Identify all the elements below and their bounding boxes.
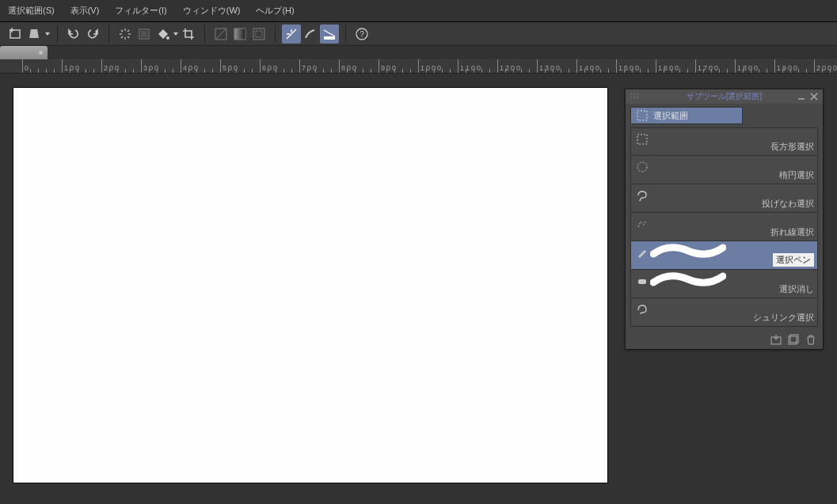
svg-line-10 [127, 30, 129, 32]
svg-rect-16 [253, 28, 264, 40]
subtool-item[interactable]: シュリンク選択 [630, 298, 818, 327]
undo-icon[interactable] [64, 25, 83, 44]
layer-props-icon[interactable] [135, 25, 154, 44]
separator [204, 25, 205, 43]
select-pen-icon [634, 244, 650, 260]
subtool-label: 長方形選択 [770, 141, 814, 153]
grip-icon [630, 93, 638, 99]
svg-rect-30 [637, 135, 647, 144]
subtool-label: 投げなわ選択 [762, 198, 814, 210]
svg-point-13 [166, 36, 169, 40]
brush-stroke-preview [650, 271, 726, 287]
svg-point-24 [637, 93, 638, 95]
ruler-mark: 0 [22, 59, 30, 73]
menu-item-view[interactable]: 表示(V) [63, 1, 108, 21]
separator [345, 25, 346, 43]
subtool-item[interactable]: 長方形選択 [630, 127, 818, 156]
subtool-label: 折れ線選択 [770, 226, 814, 238]
separator [57, 25, 58, 43]
file-tab-bar [0, 46, 837, 59]
panel-footer [626, 330, 823, 349]
subtool-label: 選択消し [779, 283, 814, 295]
svg-line-7 [121, 30, 123, 32]
minimize-icon[interactable] [796, 91, 807, 102]
svg-rect-15 [234, 28, 245, 40]
close-icon[interactable] [808, 91, 820, 102]
svg-point-22 [630, 93, 632, 95]
ruler-mark: 1600 [656, 59, 680, 73]
menu-item-filter[interactable]: フィルター(I) [107, 1, 174, 21]
file-tab-indicator [39, 51, 43, 55]
canvas[interactable] [13, 88, 607, 483]
svg-point-23 [633, 93, 635, 95]
svg-rect-17 [256, 31, 262, 37]
ruler-mark: 1300 [537, 59, 561, 73]
ruler-mark: 1200 [497, 59, 522, 73]
ruler-mark: 1800 [735, 59, 759, 73]
delete-subtool-icon[interactable] [804, 332, 818, 347]
ruler-mark: 2000 [814, 59, 837, 73]
brush-snap-icon[interactable] [301, 25, 320, 44]
new-canvas-icon[interactable] [6, 25, 25, 44]
subtool-item[interactable]: 選択消し [630, 270, 818, 298]
subtool-panel: サブツール[選択範囲] 選択範囲 長方形選択楕円選択投げなわ選択折れ線選択選択ペ… [625, 89, 824, 350]
svg-rect-29 [637, 111, 647, 120]
subtool-list: 長方形選択楕円選択投げなわ選択折れ線選択選択ペン選択消しシュリンク選択 [626, 127, 823, 330]
svg-rect-32 [638, 279, 646, 284]
file-tab[interactable] [0, 46, 48, 59]
ruler-mark: 1900 [774, 59, 799, 73]
subtool-label: 楕円選択 [779, 169, 814, 181]
lasso-select-icon [634, 188, 650, 203]
separator [275, 25, 276, 43]
border-icon[interactable] [249, 25, 268, 44]
rect-select-icon [636, 109, 649, 122]
menu-item-window[interactable]: ウィンドウ(W) [175, 1, 249, 21]
ruler-mark: 1700 [695, 59, 720, 73]
subtool-item[interactable]: 折れ線選択 [630, 213, 818, 241]
bucket-icon[interactable] [154, 25, 173, 44]
ruler-mark: 1000 [418, 59, 443, 73]
svg-point-25 [630, 97, 632, 98]
ruler-mark: 1400 [576, 59, 601, 73]
panel-title: サブツール[選択範囲] [687, 91, 763, 102]
svg-line-19 [324, 30, 335, 36]
subtool-label: シュリンク選択 [753, 312, 814, 324]
horizontal-ruler: 0100200300400500600700800900100011001200… [0, 59, 837, 74]
ruler-mark: 1100 [458, 59, 482, 73]
ruler-mark: 1500 [616, 59, 641, 73]
snap-grid-icon[interactable] [282, 25, 301, 44]
chevron-down-icon[interactable] [173, 25, 179, 44]
clear-icon[interactable] [116, 25, 135, 44]
gradient-a-icon[interactable] [211, 25, 230, 44]
fill-icon[interactable] [25, 25, 44, 44]
menu-item-select[interactable]: 選択範囲(S) [0, 1, 63, 21]
subtool-item[interactable]: 選択ペン [630, 241, 818, 270]
svg-line-9 [121, 36, 123, 38]
redo-icon[interactable] [83, 25, 102, 44]
toolbar: ? [0, 22, 837, 46]
subtool-item[interactable]: 楕円選択 [630, 156, 818, 184]
chevron-down-icon[interactable] [44, 25, 51, 44]
import-subtool-icon[interactable] [769, 332, 783, 347]
separator [108, 25, 109, 43]
svg-rect-18 [324, 36, 335, 40]
help-icon[interactable]: ? [352, 25, 371, 44]
subtool-category-label: 選択範囲 [653, 110, 688, 122]
svg-text:?: ? [360, 30, 364, 39]
panel-titlebar[interactable]: サブツール[選択範囲] [626, 89, 823, 104]
brush-stroke-preview [650, 243, 726, 259]
svg-line-8 [127, 36, 129, 38]
crop-icon[interactable] [179, 25, 198, 44]
menu-bar: 選択範囲(S) 表示(V) フィルター(I) ウィンドウ(W) ヘルプ(H) [0, 0, 837, 22]
gradient-b-icon[interactable] [230, 25, 249, 44]
subtool-label: 選択ペン [773, 253, 814, 267]
shrink-select-icon [634, 301, 650, 317]
svg-rect-12 [141, 31, 147, 37]
select-eraser-icon [634, 273, 650, 289]
menu-item-help[interactable]: ヘルプ(H) [248, 1, 302, 21]
subtool-category[interactable]: 選択範囲 [630, 107, 743, 124]
add-subtool-icon[interactable] [786, 332, 801, 347]
snap-ruler-icon[interactable] [320, 25, 339, 44]
polyline-select-icon [634, 216, 650, 232]
subtool-item[interactable]: 投げなわ選択 [630, 184, 818, 213]
